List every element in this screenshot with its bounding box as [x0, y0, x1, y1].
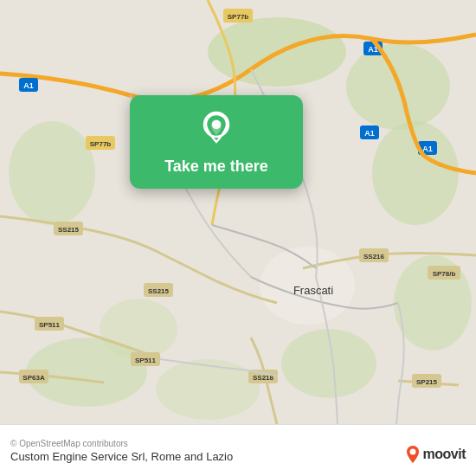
moovit-text: moovit — [423, 447, 466, 462]
location-title: Custom Engine Service Srl, Rome and Lazi… — [10, 450, 466, 463]
take-me-there-label: Take me there — [164, 158, 268, 177]
svg-text:A1: A1 — [23, 81, 34, 90]
moovit-pin-icon — [405, 445, 421, 464]
svg-text:SP77b: SP77b — [90, 140, 112, 148]
svg-point-45 — [409, 449, 415, 455]
svg-text:SS215: SS215 — [148, 287, 170, 295]
svg-text:SS216: SS216 — [363, 253, 385, 261]
copyright-text: © OpenStreetMap contributors — [10, 439, 466, 448]
svg-text:SP511: SP511 — [135, 357, 157, 364]
svg-text:SP511: SP511 — [39, 321, 61, 329]
svg-text:Frascati: Frascati — [293, 284, 333, 297]
map-svg: A1 A1 A1 A1 SP77b SP77b SS215 SS215 SS21… — [0, 0, 476, 424]
svg-point-44 — [212, 120, 221, 129]
svg-text:SP215: SP215 — [416, 378, 438, 386]
location-pin-icon — [197, 111, 235, 149]
svg-text:A1: A1 — [422, 145, 433, 153]
moovit-logo: moovit — [405, 445, 466, 464]
svg-point-6 — [156, 359, 260, 420]
take-me-there-card[interactable]: Take me there — [130, 95, 303, 189]
svg-text:A1: A1 — [364, 129, 375, 138]
map-view: A1 A1 A1 A1 SP77b SP77b SS215 SS215 SS21… — [0, 0, 476, 424]
svg-text:SP63A: SP63A — [23, 374, 45, 382]
svg-point-7 — [9, 121, 95, 225]
svg-text:SP77b: SP77b — [228, 13, 249, 21]
svg-text:SP78/b: SP78/b — [433, 270, 456, 278]
svg-text:SS215: SS215 — [58, 226, 80, 234]
bottom-bar: © OpenStreetMap contributors Custom Engi… — [0, 424, 476, 476]
